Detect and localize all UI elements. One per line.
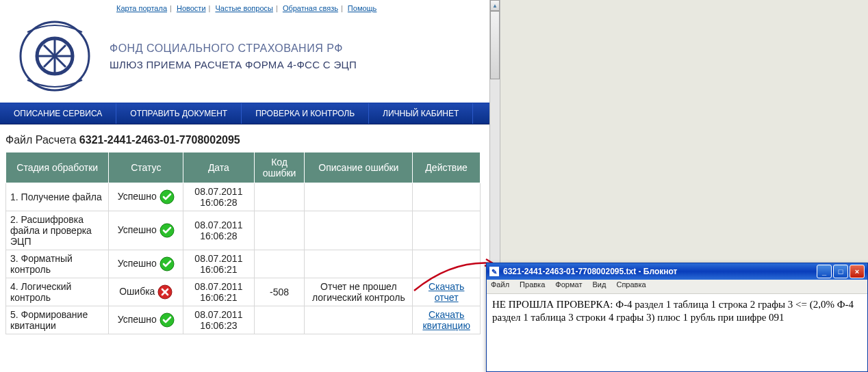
scroll-up-button[interactable]: ▲ (490, 0, 500, 11)
main-menu: ОПИСАНИЕ СЕРВИСА ОТПРАВИТЬ ДОКУМЕНТ ПРОВ… (0, 103, 489, 124)
cell-code (254, 250, 305, 278)
notepad-menu-view[interactable]: Вид (592, 280, 606, 289)
table-row: 2. Расшифровка файла и проверка ЭЦПУспеш… (6, 211, 481, 250)
cell-code (254, 211, 305, 250)
table-row: 5. Формирование квитанцииУспешно 08.07.2… (6, 306, 481, 334)
file-label: Файл Расчета (5, 134, 76, 146)
cell-action: Скачатьотчет (413, 278, 481, 306)
notepad-menu-format[interactable]: Формат (555, 280, 582, 289)
col-stage: Стадия обработки (6, 152, 109, 183)
cell-status: Успешно (109, 306, 183, 334)
status-ok-icon (159, 313, 175, 328)
cell-desc (305, 250, 413, 278)
org-subtitle: ШЛЮЗ ПРИЕМА РАСЧЕТА ФОРМА 4-ФСС С ЭЦП (110, 59, 357, 70)
window-close-button[interactable]: × (850, 265, 865, 278)
org-title: ФОНД СОЦИАЛЬНОГО СТРАХОВАНИЯ РФ (110, 42, 357, 55)
cell-desc (305, 306, 413, 334)
cell-stage: 4. Логический контроль (6, 278, 109, 306)
cell-action (413, 250, 481, 278)
cell-date: 08.07.201116:06:21 (183, 278, 255, 306)
cell-action (413, 211, 481, 250)
fss-emblem-icon (14, 15, 96, 97)
col-date: Дата (183, 152, 255, 183)
processing-table: Стадия обработки Статус Дата Код ошибки … (5, 152, 481, 334)
cell-status: Успешно (109, 183, 183, 211)
col-status: Статус (109, 152, 183, 183)
table-row: 4. Логический контрольОшибка 08.07.20111… (6, 278, 481, 306)
menu-item-check[interactable]: ПРОВЕРКА И КОНТРОЛЬ (242, 103, 369, 124)
cell-desc (305, 211, 413, 250)
notepad-menu-edit[interactable]: Правка (520, 280, 545, 289)
link-sitemap[interactable]: Карта портала (116, 4, 167, 12)
cell-status: Успешно (109, 250, 183, 278)
action-link[interactable]: Скачатьотчет (429, 281, 465, 303)
cell-action (413, 183, 481, 211)
link-help[interactable]: Помощь (348, 4, 377, 12)
menu-item-description[interactable]: ОПИСАНИЕ СЕРВИСА (0, 103, 116, 124)
cell-desc (305, 183, 413, 211)
status-ok-icon (159, 189, 175, 204)
table-row: 1. Получение файлаУспешно 08.07.201116:0… (6, 183, 481, 211)
table-row: 3. Форматный контрольУспешно 08.07.20111… (6, 250, 481, 278)
status-ok-icon (159, 223, 175, 238)
notepad-window: ✎ 6321-2441-2463-01-7708002095.txt - Бло… (486, 263, 868, 372)
notepad-menu: Файл Правка Формат Вид Справка (487, 280, 867, 294)
window-maximize-button[interactable]: □ (833, 265, 848, 278)
scroll-thumb[interactable] (490, 11, 500, 79)
cell-stage: 3. Форматный контроль (6, 250, 109, 278)
cell-code: -508 (254, 278, 305, 306)
cell-action: Скачатьквитанцию (413, 306, 481, 334)
menu-item-send[interactable]: ОТПРАВИТЬ ДОКУМЕНТ (116, 103, 242, 124)
cell-status: Успешно (109, 211, 183, 250)
cell-date: 08.07.201116:06:28 (183, 211, 255, 250)
file-heading: Файл Расчета 6321-2441-2463-01-770800209… (5, 134, 484, 146)
window-minimize-button[interactable]: _ (817, 265, 832, 278)
link-faq[interactable]: Частые вопросы (215, 4, 273, 12)
menu-item-cabinet[interactable]: ЛИЧНЫЙ КАБИНЕТ (369, 103, 473, 124)
web-page: Карта портала| Новости| Частые вопросы| … (0, 0, 490, 372)
notepad-menu-file[interactable]: Файл (491, 280, 509, 289)
action-link[interactable]: Скачатьквитанцию (422, 309, 470, 331)
cell-date: 08.07.201116:06:21 (183, 250, 255, 278)
notepad-menu-help[interactable]: Справка (616, 280, 646, 289)
header: ФОНД СОЦИАЛЬНОГО СТРАХОВАНИЯ РФ ШЛЮЗ ПРИ… (0, 15, 489, 103)
status-error-icon (157, 284, 173, 300)
cell-stage: 5. Формирование квитанции (6, 306, 109, 334)
notepad-body[interactable]: НЕ ПРОШЛА ПРОВЕРКА: Ф-4 раздел 1 таблица… (487, 294, 867, 328)
notepad-titlebar[interactable]: ✎ 6321-2441-2463-01-7708002095.txt - Бло… (487, 263, 867, 280)
notepad-title: 6321-2441-2463-01-7708002095.txt - Блокн… (503, 267, 815, 276)
notepad-app-icon: ✎ (489, 267, 499, 276)
file-number: 6321-2441-2463-01-7708002095 (79, 134, 240, 146)
cell-status: Ошибка (109, 278, 183, 306)
col-action: Действие (413, 152, 481, 183)
cell-stage: 2. Расшифровка файла и проверка ЭЦП (6, 211, 109, 250)
cell-date: 08.07.201116:06:28 (183, 183, 255, 211)
link-news[interactable]: Новости (177, 4, 206, 12)
cell-code (254, 183, 305, 211)
cell-date: 08.07.201116:06:23 (183, 306, 255, 334)
col-error-desc: Описание ошибки (305, 152, 413, 183)
cell-stage: 1. Получение файла (6, 183, 109, 211)
status-ok-icon (159, 256, 175, 271)
cell-code (254, 306, 305, 334)
link-feedback[interactable]: Обратная связь (283, 4, 338, 12)
col-error-code: Код ошибки (254, 152, 305, 183)
cell-desc: Отчет не прошел логический контроль (305, 278, 413, 306)
top-links: Карта портала| Новости| Частые вопросы| … (0, 0, 489, 15)
